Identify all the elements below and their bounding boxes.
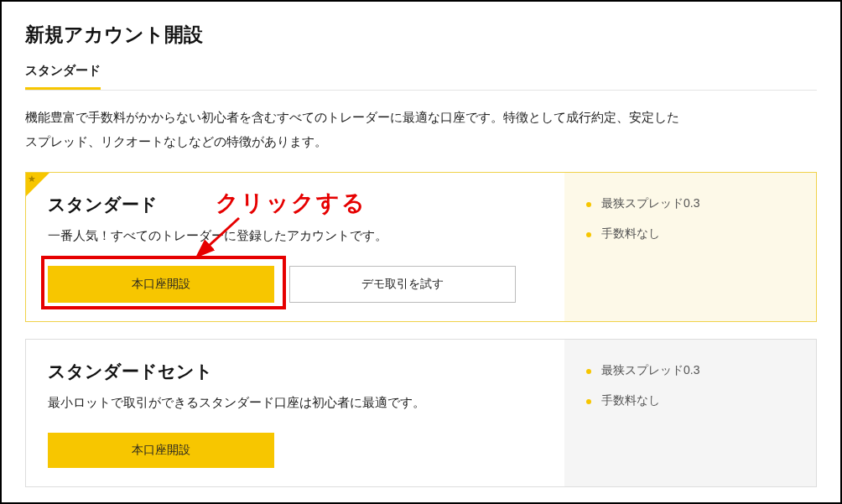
card-title: スタンダード — [48, 193, 543, 216]
subtitle-wrap: スタンダード — [25, 63, 817, 91]
feature-item: 最狭スプレッド0.3 — [586, 363, 794, 378]
feature-item: 最狭スプレッド0.3 — [586, 196, 794, 211]
open-real-account-button[interactable]: 本口座開設 — [48, 266, 274, 303]
feature-list: 最狭スプレッド0.3 手数料なし — [586, 363, 794, 408]
card-left: スタンダードセント 最小ロットで取引ができるスタンダード口座は初心者に最適です。… — [26, 340, 564, 486]
account-card-standard: ★ スタンダード 一番人気！すべてのトレーダーに登録したアカウントです。 本口座… — [25, 172, 817, 322]
page-description: 機能豊富で手数料がかからない初心者を含むすべてのトレーダーに最適な口座です。特徴… — [25, 106, 679, 153]
card-title: スタンダードセント — [48, 360, 543, 383]
page-frame: 新規アカウント開設 スタンダード 機能豊富で手数料がかからない初心者を含むすべて… — [0, 0, 842, 504]
card-features: 最狭スプレッド0.3 手数料なし — [564, 173, 816, 321]
card-features: 最狭スプレッド0.3 手数料なし — [564, 340, 816, 486]
feature-list: 最狭スプレッド0.3 手数料なし — [586, 196, 794, 242]
try-demo-button[interactable]: デモ取引を試す — [289, 266, 516, 303]
card-description: 最小ロットで取引ができるスタンダード口座は初心者に最適です。 — [48, 395, 543, 411]
star-icon: ★ — [28, 174, 36, 184]
button-row: 本口座開設 デモ取引を試す — [48, 266, 543, 303]
page-subtitle: スタンダード — [25, 63, 101, 90]
page-title: 新規アカウント開設 — [25, 22, 817, 48]
card-left: スタンダード 一番人気！すべてのトレーダーに登録したアカウントです。 本口座開設… — [26, 173, 564, 321]
card-description: 一番人気！すべてのトレーダーに登録したアカウントです。 — [48, 228, 543, 244]
button-row: 本口座開設 — [48, 433, 543, 468]
feature-item: 手数料なし — [586, 226, 794, 242]
account-card-standard-cent: スタンダードセント 最小ロットで取引ができるスタンダード口座は初心者に最適です。… — [25, 339, 817, 487]
open-real-account-button[interactable]: 本口座開設 — [48, 433, 274, 468]
feature-item: 手数料なし — [586, 393, 794, 408]
